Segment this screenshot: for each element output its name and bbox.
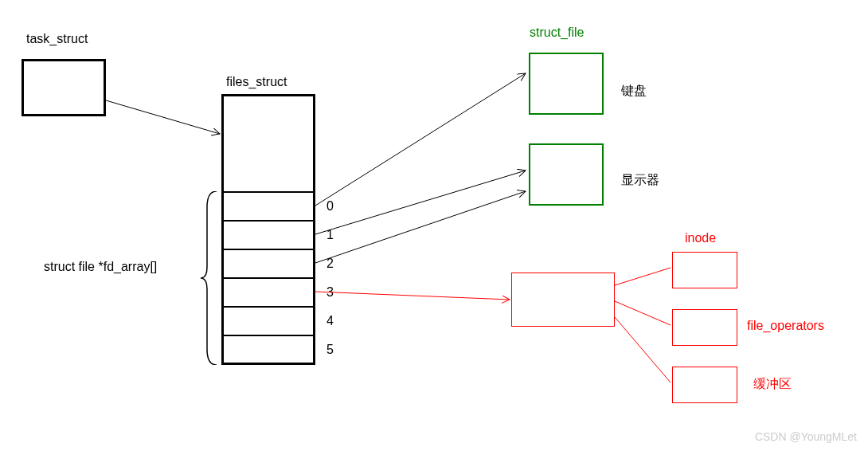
svg-line-1	[315, 73, 526, 206]
box-inode	[672, 252, 737, 288]
index-3: 3	[326, 285, 334, 300]
svg-line-5	[615, 268, 671, 285]
divider-4	[221, 306, 315, 308]
svg-line-0	[106, 100, 220, 134]
label-fd-array: struct file *fd_array[]	[44, 260, 157, 274]
index-5: 5	[326, 343, 334, 357]
index-1: 1	[326, 228, 334, 242]
divider-0	[221, 191, 315, 193]
divider-5	[221, 335, 315, 336]
divider-1	[221, 220, 315, 222]
divider-3	[221, 277, 315, 279]
label-display: 显示器	[621, 172, 659, 189]
box-files-struct	[221, 94, 315, 365]
box-buffer	[672, 367, 737, 403]
svg-line-7	[615, 317, 671, 382]
svg-line-3	[315, 191, 526, 263]
label-buffer: 缓冲区	[753, 376, 792, 393]
box-task-struct	[22, 59, 106, 116]
watermark: CSDN @YoungMLet	[755, 430, 857, 443]
label-files-struct: files_struct	[226, 75, 287, 89]
divider-2	[221, 249, 315, 250]
brace-icon	[199, 191, 221, 365]
index-0: 0	[326, 199, 334, 214]
svg-line-6	[615, 301, 671, 325]
box-struct-file-display	[529, 143, 604, 206]
arrows	[0, 0, 868, 451]
index-2: 2	[326, 257, 334, 271]
box-file-operators	[672, 309, 737, 346]
label-file-operators: file_operators	[747, 319, 824, 333]
box-struct-file-keyboard	[529, 53, 604, 115]
label-task-struct: task_struct	[26, 32, 88, 46]
svg-line-2	[315, 171, 526, 234]
box-file-red	[511, 273, 615, 327]
svg-line-4	[315, 292, 510, 300]
label-struct-file: struct_file	[530, 25, 584, 40]
index-4: 4	[326, 314, 334, 328]
label-inode: inode	[685, 231, 716, 245]
label-keyboard: 键盘	[621, 83, 647, 100]
